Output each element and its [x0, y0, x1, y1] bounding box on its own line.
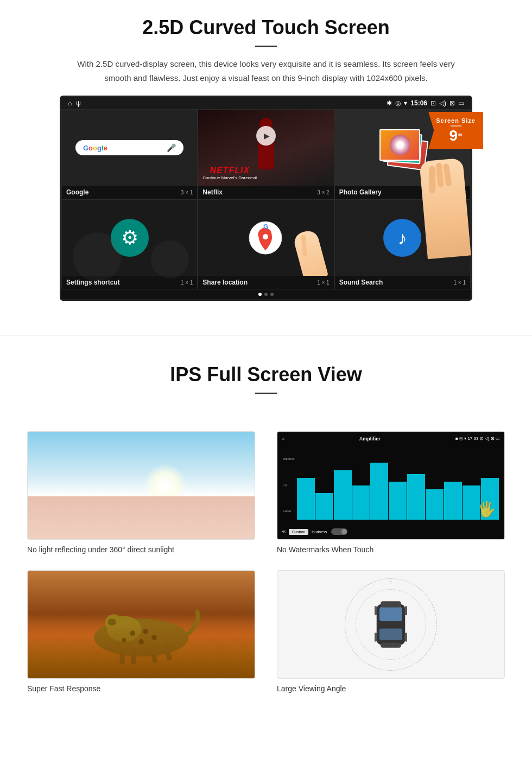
google-maps-icon: G [248, 220, 283, 256]
amp-fader-label: Fader [283, 509, 295, 513]
sound-label-size: 1 × 1 [453, 280, 466, 286]
settings-app-cell[interactable]: ⚙ Settings shortcut 1 × 1 [61, 199, 198, 289]
location-icon: ◎ [395, 99, 401, 107]
google-label-row: Google 3 × 1 [62, 186, 197, 199]
share-label-row: Share location 1 × 1 [198, 276, 333, 289]
wifi-icon: ▾ [404, 99, 407, 107]
sound-label-name: Sound Search [339, 279, 383, 286]
google-bg: Google 🎤 [62, 110, 197, 186]
window-icon: ▭ [458, 99, 464, 107]
eq-bar-3 [334, 470, 352, 520]
status-time: 15:06 [410, 99, 427, 107]
car-inner-circle [356, 589, 426, 660]
settings-label-row: Settings shortcut 1 × 1 [62, 276, 197, 289]
eq-bar-4 [352, 485, 370, 520]
status-bar: ⌂ ψ ✱ ◎ ▾ 15:06 ⊡ ◁) ⊠ ▭ [61, 97, 471, 109]
loudness-toggle[interactable] [331, 528, 347, 535]
netflix-play-btn[interactable] [256, 126, 276, 146]
svg-point-1 [263, 234, 268, 239]
eq-bar-6 [389, 482, 407, 520]
eq-bar-5 [370, 463, 388, 520]
badge-size: 9" [436, 128, 476, 143]
badge-label: Screen Size [436, 117, 476, 124]
feature-sunlight: No light reflecting under 360° direct su… [27, 431, 255, 554]
close-icon: ⊠ [449, 99, 455, 107]
title-underline-2 [255, 393, 277, 394]
sound-label-row: Sound Search 1 × 1 [335, 276, 470, 289]
netflix-figure: NETFLIX Continue Marvel's Daredevil [198, 110, 333, 186]
app-grid-row2: ⚙ Settings shortcut 1 × 1 [61, 199, 471, 289]
eq-bar-1 [297, 478, 315, 520]
netflix-app-top: NETFLIX Continue Marvel's Daredevil [198, 110, 333, 186]
netflix-continue-text: Continue Marvel's Daredevil [202, 175, 257, 180]
google-app-cell[interactable]: Google 🎤 Google 3 × 1 [61, 109, 198, 199]
view-angle-top-label: ↑ [390, 579, 392, 585]
cheetah-image [28, 571, 255, 678]
feature-sunlight-caption: No light reflecting under 360° direct su… [27, 545, 255, 554]
feature-sunlight-image [27, 431, 255, 540]
device-screen: ⌂ ψ ✱ ◎ ▾ 15:06 ⊡ ◁) ⊠ ▭ [60, 96, 472, 301]
badge-line [451, 125, 461, 127]
google-app-top: Google 🎤 [62, 110, 197, 186]
settings-label-size: 1 × 1 [181, 280, 193, 286]
netflix-app-cell[interactable]: NETFLIX Continue Marvel's Daredevil Netf… [198, 109, 334, 199]
feature-watermark-image: ⌂ Amplifier ■ ◎ ▾ 17:33 ⊡ ◁) ⊠ ▭ Balance… [277, 431, 505, 540]
amp-home-icon: ⌂ [282, 436, 284, 441]
feature-viewing: ↑ Large Viewing Angle [277, 570, 505, 693]
netflix-label-size: 3 × 2 [317, 190, 330, 195]
section-divider [0, 336, 532, 336]
google-label-name: Google [66, 188, 88, 196]
amp-back-icon: ≪ [282, 529, 286, 534]
volume-icon: ◁) [439, 99, 446, 107]
svg-text:G: G [263, 223, 268, 231]
amp-header: ⌂ Amplifier ■ ◎ ▾ 17:33 ⊡ ◁) ⊠ ▭ [282, 436, 500, 441]
netflix-label-name: Netflix [202, 188, 223, 196]
section-ips: IPS Full Screen View [0, 358, 532, 420]
eq-bar-8 [426, 489, 444, 520]
netflix-logo-text: NETFLIX [202, 166, 257, 175]
section2-title: IPS Full Screen View [33, 363, 499, 386]
share-app-cell[interactable]: G Share location 1 × 1 [198, 199, 334, 289]
amp-volume-icon: ◁) [283, 483, 295, 487]
feature-viewing-caption: Large Viewing Angle [277, 684, 505, 693]
feature-grid: No light reflecting under 360° direct su… [0, 420, 532, 715]
device-wrapper: Screen Size 9" ⌂ ψ ✱ ◎ ▾ 15:06 ⊡ ◁) [60, 96, 472, 301]
status-left: ⌂ ψ [68, 99, 81, 107]
home-icon[interactable]: ⌂ [68, 99, 72, 107]
title-underline [255, 46, 277, 47]
camera-icon: ⊡ [430, 99, 436, 107]
gallery-label-name: Photo Gallery [339, 188, 382, 196]
google-search-bar[interactable]: Google 🎤 [75, 140, 183, 155]
bt-icon: ✱ [387, 99, 392, 107]
settings-bg: ⚙ [62, 200, 197, 276]
feature-response-caption: Super Fast Response [27, 684, 255, 693]
amp-balance-label: Balance [283, 457, 295, 460]
screen-size-badge: Screen Size 9" [428, 112, 483, 149]
feature-response: Super Fast Response [27, 570, 255, 693]
amp-icons: ■ ◎ ▾ 17:33 ⊡ ◁) ⊠ ▭ [455, 436, 500, 441]
amp-title: Amplifier [359, 436, 381, 441]
eq-bar-2 [315, 493, 333, 520]
hand-on-screen-icon: 🖐 [477, 500, 496, 518]
share-app-top: G [198, 200, 333, 276]
dot-3[interactable] [270, 293, 274, 296]
netflix-branding: NETFLIX Continue Marvel's Daredevil [202, 166, 257, 180]
dot-1[interactable] [258, 293, 262, 296]
dot-2[interactable] [264, 293, 268, 296]
flower-circle [390, 135, 410, 155]
usb-icon: ψ [76, 99, 81, 107]
eq-bar-7 [407, 474, 425, 520]
feature-watermark: ⌂ Amplifier ■ ◎ ▾ 17:33 ⊡ ◁) ⊠ ▭ Balance… [277, 431, 505, 554]
eq-bar-9 [444, 482, 462, 520]
netflix-label-row: Netflix 3 × 2 [198, 186, 333, 199]
share-bg: G [198, 200, 333, 276]
equalizer-bars [297, 444, 499, 526]
amp-loudness-label: loudness [312, 530, 327, 534]
amp-custom-btn[interactable]: Custom [289, 529, 308, 535]
pagination-dots [61, 289, 471, 299]
car-image: ↑ [277, 571, 504, 678]
status-right: ✱ ◎ ▾ 15:06 ⊡ ◁) ⊠ ▭ [387, 99, 464, 107]
mic-icon[interactable]: 🎤 [167, 143, 176, 152]
hand-pointer-wrapper [413, 149, 499, 257]
google-logo: Google [83, 144, 107, 152]
